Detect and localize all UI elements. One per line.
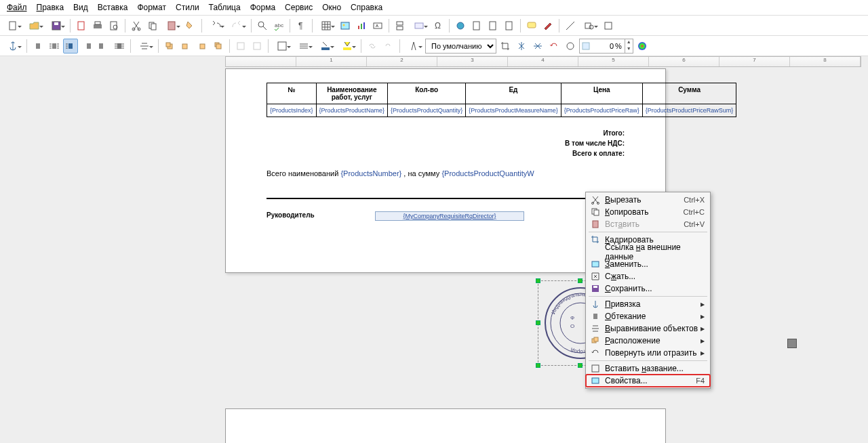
send-back-button[interactable] bbox=[211, 39, 226, 54]
context-menu-props[interactable]: Свойства...F4 bbox=[586, 375, 710, 387]
menu-help[interactable]: Справка bbox=[351, 3, 382, 12]
context-menu-arrange[interactable]: Расположение▶ bbox=[586, 335, 710, 347]
context-menu-item[interactable]: Ссылка на внешние данные bbox=[586, 246, 710, 258]
menu-window[interactable]: Окно bbox=[322, 3, 341, 12]
nonprinting-button[interactable]: ¶ bbox=[294, 18, 309, 33]
transparency-spinner[interactable]: % ▲▼ bbox=[579, 39, 633, 54]
paste-button[interactable] bbox=[161, 18, 182, 33]
flip-v-button[interactable] bbox=[514, 39, 529, 54]
svg-rect-47 bbox=[216, 44, 221, 49]
footnote-button[interactable] bbox=[469, 18, 484, 33]
context-menu-wrap[interactable]: Обтекание▶ bbox=[586, 310, 710, 322]
filter-button[interactable] bbox=[403, 39, 424, 54]
save-button[interactable] bbox=[46, 18, 66, 33]
wrap-parallel-button[interactable] bbox=[47, 39, 62, 54]
shapes-button[interactable] bbox=[579, 18, 599, 33]
context-menu-caption[interactable]: Вставить название... bbox=[586, 362, 710, 375]
print-button[interactable] bbox=[90, 18, 105, 33]
context-menu[interactable]: ВырезатьCtrl+XКопироватьCtrl+CВставитьCt… bbox=[585, 192, 711, 389]
context-menu-separator bbox=[589, 232, 707, 232]
menu-form[interactable]: Форма bbox=[250, 3, 275, 12]
flip-h-button[interactable] bbox=[530, 39, 545, 54]
draw-button[interactable] bbox=[601, 18, 616, 33]
context-menu-separator bbox=[589, 360, 707, 361]
new-doc-button[interactable] bbox=[3, 18, 23, 33]
menu-tools[interactable]: Сервис bbox=[285, 3, 313, 12]
menu-table[interactable]: Таблица bbox=[209, 3, 241, 12]
menu-insert[interactable]: Вставка bbox=[98, 3, 128, 12]
wrap-before-button[interactable] bbox=[79, 39, 94, 54]
replace-icon bbox=[590, 259, 601, 270]
svg-rect-12 bbox=[168, 22, 175, 30]
open-button[interactable] bbox=[24, 18, 45, 33]
wrap-optimal-button[interactable] bbox=[63, 39, 78, 54]
insert-textbox-button[interactable]: A bbox=[370, 18, 385, 33]
border-button[interactable] bbox=[272, 39, 292, 54]
background-button[interactable] bbox=[250, 39, 264, 54]
director-field[interactable]: {MyCompanyRequisiteRqDirector} bbox=[375, 211, 524, 221]
forward-button[interactable] bbox=[178, 39, 193, 54]
menu-format[interactable]: Формат bbox=[137, 3, 166, 12]
bring-front-button[interactable] bbox=[162, 39, 177, 54]
transparency-input[interactable] bbox=[592, 42, 615, 50]
context-menu-replace[interactable]: Заменить... bbox=[586, 258, 710, 270]
special-char-button[interactable]: Ω bbox=[431, 18, 446, 33]
crop-button[interactable] bbox=[498, 39, 513, 54]
context-menu-align[interactable]: Выравнивание объектов▶ bbox=[586, 322, 710, 335]
bookmark-button[interactable] bbox=[486, 18, 500, 33]
context-menu-copy[interactable]: КопироватьCtrl+C bbox=[586, 206, 710, 218]
graphics-mode-select[interactable]: По умолчанию bbox=[425, 39, 496, 54]
border-style-button[interactable] bbox=[294, 39, 314, 54]
svg-rect-5 bbox=[95, 22, 100, 24]
cross-ref-button[interactable] bbox=[502, 18, 517, 33]
svg-point-55 bbox=[638, 42, 646, 50]
spellcheck-button[interactable]: abc bbox=[271, 18, 286, 33]
context-menu-cut[interactable]: ВырезатьCtrl+X bbox=[586, 194, 710, 206]
redo-button[interactable] bbox=[227, 18, 248, 33]
context-menu-save[interactable]: Сохранить... bbox=[586, 282, 710, 295]
export-pdf-button[interactable] bbox=[74, 18, 89, 33]
link-frames-button[interactable] bbox=[365, 39, 380, 54]
next-page[interactable] bbox=[225, 408, 666, 443]
format-paint-button[interactable] bbox=[183, 18, 198, 33]
foreground-button[interactable] bbox=[233, 39, 248, 54]
submenu-arrow-icon: ▶ bbox=[701, 350, 705, 356]
insert-table-button[interactable] bbox=[316, 18, 336, 33]
field-button[interactable] bbox=[409, 18, 429, 33]
context-menu-anchor[interactable]: Привязка▶ bbox=[586, 298, 710, 310]
horizontal-ruler[interactable]: 12 345 678 bbox=[225, 56, 861, 67]
wrap-through-button[interactable] bbox=[112, 39, 127, 54]
hyperlink-button[interactable] bbox=[453, 18, 468, 33]
print-preview-button[interactable] bbox=[106, 18, 121, 33]
menu-styles[interactable]: Стили bbox=[176, 3, 199, 12]
align-objects-button[interactable] bbox=[134, 39, 155, 54]
undo-button[interactable] bbox=[205, 18, 226, 33]
anchor-button[interactable] bbox=[3, 39, 23, 54]
insert-image-button[interactable] bbox=[338, 18, 353, 33]
border-color-button[interactable] bbox=[315, 39, 336, 54]
copy-button[interactable] bbox=[145, 18, 160, 33]
menu-file[interactable]: Файл bbox=[7, 3, 27, 12]
page-break-button[interactable] bbox=[393, 18, 408, 33]
anchor-handle[interactable] bbox=[787, 339, 797, 348]
track-changes-button[interactable] bbox=[540, 18, 555, 33]
wrap-after-button[interactable] bbox=[96, 39, 111, 54]
find-button[interactable] bbox=[255, 18, 270, 33]
context-menu-rotate[interactable]: Повернуть или отразить▶ bbox=[586, 347, 710, 359]
svg-rect-21 bbox=[363, 22, 365, 29]
context-menu-separator bbox=[589, 296, 707, 297]
area-fill-button[interactable] bbox=[337, 39, 357, 54]
menu-edit[interactable]: Правка bbox=[37, 3, 64, 12]
backward-button[interactable] bbox=[195, 39, 210, 54]
context-menu-compress[interactable]: Сжать... bbox=[586, 270, 710, 282]
color-button[interactable] bbox=[635, 39, 650, 54]
line-button[interactable] bbox=[563, 18, 578, 33]
rotate-90-button[interactable] bbox=[547, 39, 561, 54]
rotate-button[interactable] bbox=[563, 39, 578, 54]
unlink-frames-button[interactable] bbox=[381, 39, 396, 54]
wrap-none-button[interactable] bbox=[31, 39, 45, 54]
insert-chart-button[interactable] bbox=[354, 18, 369, 33]
comment-button[interactable] bbox=[524, 18, 539, 33]
menu-view[interactable]: Вид bbox=[73, 3, 88, 12]
cut-button[interactable] bbox=[129, 18, 144, 33]
